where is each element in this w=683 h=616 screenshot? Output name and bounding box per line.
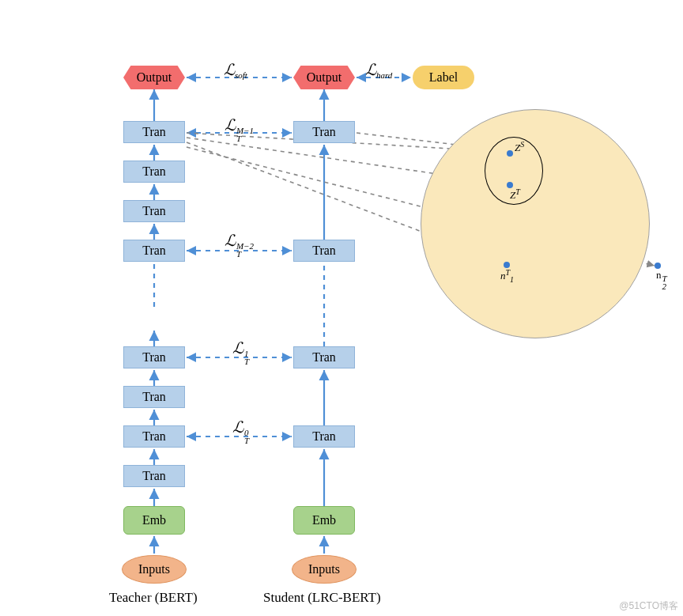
contrastive-bubble: ZS ZT nT1 <box>421 109 650 338</box>
student-tran-2: Tran <box>293 240 355 262</box>
teacher-tran-1: Tran <box>123 425 185 448</box>
student-tran-1: Tran <box>293 346 355 368</box>
teacher-output-text: Output <box>137 70 172 85</box>
teacher-tran-0: Tran <box>123 465 185 487</box>
loss-tm2: ℒM−2T <box>225 231 254 258</box>
student-tran-0: Tran <box>293 425 355 448</box>
teacher-inputs-text: Inputs <box>138 562 170 576</box>
diagram-canvas: Inputs Emb Tran Tran Tran Tran Tran Tran… <box>0 0 683 616</box>
teacher-emb-text: Emb <box>142 513 166 527</box>
student-footer: Student (LRC-BERT) <box>263 590 381 606</box>
teacher-footer: Teacher (BERT) <box>109 590 198 606</box>
loss-hard: ℒhard <box>365 60 392 80</box>
label-text: Label <box>429 70 458 85</box>
student-output: Output <box>293 66 355 89</box>
label-box: Label <box>413 66 474 89</box>
watermark: @51CTO博客 <box>619 599 678 613</box>
teacher-tran-6: Tran <box>123 161 185 183</box>
point-zt-label: ZT <box>510 187 520 202</box>
point-n2 <box>655 263 661 269</box>
student-inputs-text: Inputs <box>308 562 340 576</box>
teacher-emb: Emb <box>123 506 185 535</box>
loss-t1: ℒ1T <box>232 338 249 365</box>
teacher-tran-3: Tran <box>123 346 185 368</box>
teacher-tran-5: Tran <box>123 200 185 222</box>
point-zs-label: ZS <box>515 140 524 154</box>
point-n1 <box>504 262 510 268</box>
teacher-output: Output <box>123 66 185 89</box>
student-output-text: Output <box>307 70 342 85</box>
student-emb: Emb <box>293 506 355 535</box>
point-n1-label: nT1 <box>500 268 514 284</box>
student-inputs: Inputs <box>292 555 357 584</box>
loss-soft: ℒsoft <box>224 60 247 80</box>
loss-tm1: ℒM−1T <box>225 115 254 142</box>
loss-t0: ℒ0T <box>232 418 249 444</box>
point-zs <box>507 150 513 157</box>
teacher-tran-2: Tran <box>123 386 185 408</box>
teacher-tran-top: Tran <box>123 121 185 143</box>
student-emb-text: Emb <box>312 513 336 527</box>
teacher-inputs: Inputs <box>122 555 187 584</box>
teacher-tran-4: Tran <box>123 240 185 262</box>
point-n2-label: nT2 <box>656 269 667 290</box>
student-tran-3: Tran <box>293 121 355 143</box>
